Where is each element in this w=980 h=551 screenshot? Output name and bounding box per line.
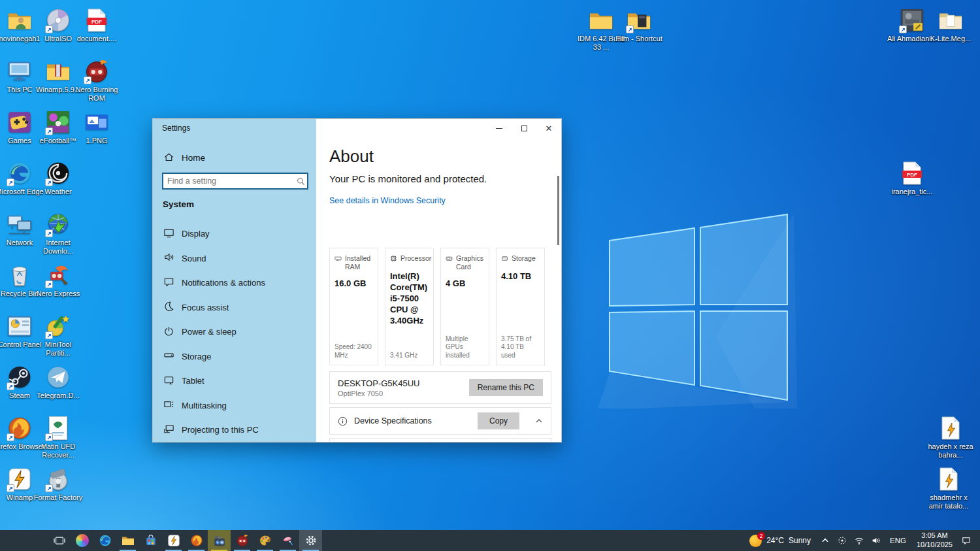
sidebar-item-sound[interactable]: Sound <box>153 246 316 271</box>
desktop-icon-telegram-d[interactable]: Telegram.D... <box>33 365 84 400</box>
minitool-icon <box>46 314 71 339</box>
folder-film-icon <box>627 8 651 33</box>
sidebar-item-storage[interactable]: Storage <box>153 344 316 369</box>
desktop-icon-nero-express[interactable]: Nero Express <box>33 263 84 298</box>
search-icon[interactable] <box>294 177 307 186</box>
language-indicator[interactable]: ENG <box>885 530 911 551</box>
sidebar-item-label: Display <box>182 229 210 239</box>
spec-card-storage: Storage4.10 TB3.75 TB of 4.10 TB used <box>496 248 545 365</box>
tablet-icon <box>163 375 174 388</box>
desktop-icon-1-png[interactable]: 1.PNG <box>71 110 122 145</box>
shortcut-arrow-icon <box>45 433 53 441</box>
desktop-icon-minitool-partiti[interactable]: MiniTool Partiti... <box>33 314 84 358</box>
ram-icon <box>335 254 342 271</box>
taskbar-item-copilot[interactable] <box>71 530 93 551</box>
sidebar-item-display[interactable]: Display <box>153 222 316 246</box>
maximize-button[interactable] <box>512 119 536 137</box>
desktop-icon-format-factory[interactable]: Format Factory <box>33 467 84 502</box>
steam-icon <box>7 365 32 390</box>
storage-icon <box>163 350 174 363</box>
edge-icon <box>7 161 32 186</box>
desktop-icon-weather[interactable]: Weather <box>33 161 84 196</box>
taskbar-clock[interactable]: 3:05 AM 10/10/2025 <box>911 530 958 551</box>
search-input[interactable] <box>163 176 294 186</box>
device-model: OptiPlex 7050 <box>338 390 419 397</box>
desktop-icon-nero-burning-rom[interactable]: Nero Burning ROM <box>71 59 122 103</box>
idm-icon <box>46 212 71 237</box>
sidebar-item-label: Multitasking <box>182 401 227 410</box>
spec-card-value: Intel(R) Core(TM) i5-7500 CPU @ 3.40GHz <box>390 271 429 326</box>
desktop-icon-label: shadmehr x amir tatalo... <box>923 493 974 510</box>
folder-icon <box>589 8 613 33</box>
folder-user-icon <box>7 8 32 33</box>
window-controls: ✕ <box>487 119 561 137</box>
info-icon <box>338 416 348 426</box>
winamp-file-icon <box>938 416 963 441</box>
minimize-button[interactable] <box>487 119 512 137</box>
tray-hardware-icon[interactable] <box>834 530 851 551</box>
desktop-icon-matin-ufd-recover[interactable]: Matin UFD Recover... <box>33 416 84 459</box>
this-pc-icon <box>7 59 32 84</box>
desktop-icon-shadmehr-x-amir-tatalo[interactable]: shadmehr x amir tatalo... <box>923 467 974 510</box>
desktop-icon-k-lite-meg[interactable]: K-Lite.Meg... <box>925 8 976 43</box>
sidebar-item-multitasking[interactable]: Multitasking <box>153 393 316 418</box>
taskbar-item-paint-app[interactable] <box>253 530 276 551</box>
sidebar-item-power-sleep[interactable]: Power & sleep <box>153 320 316 344</box>
taskbar-item-store[interactable] <box>139 530 162 551</box>
page-title: About <box>329 146 374 167</box>
nero-icon <box>84 59 109 84</box>
tray-chevron-up-icon[interactable] <box>817 530 834 551</box>
taskbar-item-edge[interactable] <box>93 530 116 551</box>
spec-card-note: Speed: 2400 MHz <box>335 343 373 359</box>
desktop-icon-label: Telegram.D... <box>33 392 84 400</box>
desktop-icon-internet-downlo[interactable]: Internet Downlo... <box>33 212 84 256</box>
taskbar-item-file-explorer[interactable] <box>116 530 139 551</box>
taskbar-item-nero[interactable] <box>231 530 253 551</box>
weather-temperature: 24°C <box>766 536 784 545</box>
desktop-icon-document[interactable]: PDFdocument.... <box>71 8 122 43</box>
sidebar-item-focus-assist[interactable]: Focus assist <box>153 295 316 320</box>
desktop-icon-label: MiniTool Partiti... <box>33 341 84 358</box>
desktop-icon-haydeh-x-reza-bahra[interactable]: haydeh x reza bahra... <box>925 416 976 459</box>
music-photo-icon <box>900 8 924 33</box>
rename-pc-button[interactable]: Rename this PC <box>469 379 543 396</box>
games-icon <box>7 110 32 135</box>
pdf-icon: PDF <box>84 8 109 33</box>
sidebar-item-home[interactable]: Home <box>153 148 316 168</box>
taskbar-item-firefox[interactable] <box>185 530 208 551</box>
desktop-icon-label: haydeh x reza bahra... <box>925 442 976 459</box>
desktop-icon-film-shortcut[interactable]: Film - Shortcut <box>613 8 664 43</box>
weather-widget[interactable]: 2 24°C Sunny <box>743 530 817 551</box>
weather-icon <box>46 161 71 186</box>
shortcut-arrow-icon <box>45 229 53 237</box>
notifications-icon <box>163 276 174 290</box>
taskbar-item-settings[interactable] <box>299 530 322 551</box>
sidebar-item-label: Storage <box>182 352 212 361</box>
close-button[interactable]: ✕ <box>536 119 561 137</box>
device-specifications-row[interactable]: Device Specifications Copy <box>329 407 551 435</box>
taskbar-item-media-player-classic[interactable] <box>208 530 231 551</box>
chevron-up-icon[interactable] <box>535 417 543 425</box>
volume-icon[interactable] <box>868 530 885 551</box>
sidebar-item-notifications-actions[interactable]: Notifications & actions <box>153 271 316 295</box>
scrollbar-thumb[interactable] <box>557 176 559 245</box>
sidebar-item-projecting-to-this-pc[interactable]: Projecting to this PC <box>153 418 316 442</box>
wifi-icon[interactable] <box>851 530 868 551</box>
sidebar-item-label: Projecting to this PC <box>182 425 259 435</box>
weather-badge: 2 <box>757 532 765 540</box>
weather-condition: Sunny <box>789 536 811 545</box>
start-button[interactable] <box>25 530 48 551</box>
security-details-link[interactable]: See details in Windows Security <box>329 196 446 205</box>
settings-content: ✕ About Your PC is monitored and protect… <box>316 119 561 442</box>
taskbar-item-task-view[interactable] <box>48 530 71 551</box>
desktop-icon-iranejra-tic[interactable]: PDFiranejra_tic... <box>887 161 938 196</box>
shortcut-arrow-icon <box>84 76 91 84</box>
taskbar-item-winamp[interactable] <box>162 530 185 551</box>
spec-card-value: 16.0 GB <box>335 278 373 290</box>
action-center-icon[interactable] <box>958 530 975 551</box>
sidebar-item-label: Power & sleep <box>182 327 237 337</box>
spec-card-header: Storage <box>501 254 540 264</box>
sidebar-item-tablet[interactable]: Tablet <box>153 369 316 393</box>
taskbar-item-fan-app[interactable] <box>276 530 299 551</box>
copy-button[interactable]: Copy <box>478 412 519 429</box>
